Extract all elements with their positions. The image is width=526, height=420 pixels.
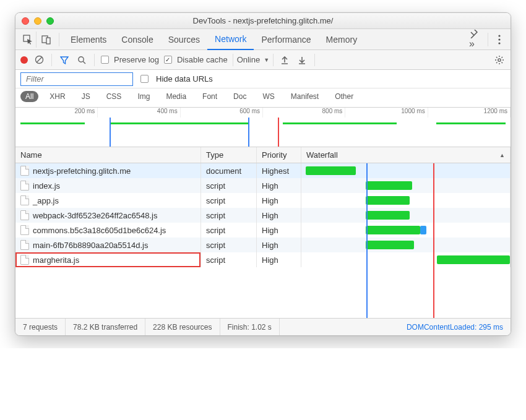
cell-name: _app.js bbox=[15, 193, 201, 208]
waterfall-bar bbox=[437, 255, 510, 264]
table-header: Name Type Priority Waterfall ▲ bbox=[15, 147, 511, 163]
cell-type: script bbox=[201, 208, 257, 223]
disable-cache-checkbox[interactable] bbox=[164, 56, 172, 64]
file-icon bbox=[20, 181, 29, 191]
table-row[interactable]: index.jsscriptHigh bbox=[15, 178, 511, 193]
column-type[interactable]: Type bbox=[201, 147, 257, 163]
clear-button[interactable] bbox=[33, 54, 45, 66]
waterfall-bar bbox=[366, 241, 414, 249]
file-icon bbox=[20, 225, 29, 235]
table-row[interactable]: main-6fb76b8890aa20a5514d.jsscriptHigh bbox=[15, 238, 511, 252]
tab-sources[interactable]: Sources bbox=[161, 29, 207, 50]
type-filter-img[interactable]: Img bbox=[132, 91, 155, 102]
titlebar: DevTools - nextjs-prefetching.glitch.me/ bbox=[15, 13, 511, 29]
status-transferred: 78.2 KB transferred bbox=[66, 319, 145, 335]
column-waterfall[interactable]: Waterfall ▲ bbox=[301, 147, 511, 163]
file-icon bbox=[20, 166, 29, 176]
cell-name: nextjs-prefetching.glitch.me bbox=[15, 163, 201, 178]
download-har-icon[interactable] bbox=[296, 54, 308, 66]
overview-tick: 1200 ms bbox=[428, 108, 511, 118]
waterfall-bar bbox=[366, 226, 420, 234]
cell-waterfall bbox=[301, 178, 511, 193]
tab-performance[interactable]: Performance bbox=[254, 29, 318, 50]
type-filter-ws[interactable]: WS bbox=[257, 91, 279, 102]
waterfall-bar bbox=[366, 211, 410, 220]
file-icon bbox=[20, 240, 29, 250]
record-button[interactable] bbox=[20, 56, 28, 64]
file-icon bbox=[20, 255, 29, 265]
settings-menu-button[interactable] bbox=[492, 35, 507, 45]
overview-tick: 800 ms bbox=[263, 108, 345, 118]
type-filter-css[interactable]: CSS bbox=[101, 91, 127, 102]
svg-line-9 bbox=[83, 61, 85, 64]
svg-point-5 bbox=[498, 42, 500, 44]
search-icon[interactable] bbox=[75, 54, 88, 66]
network-toolbar: Preserve log Disable cache Online ▼ bbox=[15, 50, 511, 70]
overview-tick: 600 ms bbox=[181, 108, 263, 118]
type-filter-media[interactable]: Media bbox=[161, 91, 191, 102]
table-row[interactable]: nextjs-prefetching.glitch.medocumentHigh… bbox=[15, 163, 511, 178]
table-row[interactable]: margherita.jsscriptHigh bbox=[15, 252, 511, 267]
svg-point-3 bbox=[498, 35, 500, 36]
type-filter-js[interactable]: JS bbox=[77, 91, 95, 102]
column-priority[interactable]: Priority bbox=[257, 147, 301, 163]
preserve-log-checkbox[interactable] bbox=[101, 56, 109, 64]
upload-har-icon[interactable] bbox=[278, 54, 291, 66]
waterfall-bar bbox=[366, 181, 412, 190]
filter-input[interactable] bbox=[25, 74, 129, 84]
cell-waterfall bbox=[301, 163, 511, 178]
column-name[interactable]: Name bbox=[15, 147, 201, 163]
overview-tick: 200 ms bbox=[15, 108, 98, 118]
filter-icon[interactable] bbox=[58, 54, 71, 66]
tab-elements[interactable]: Elements bbox=[63, 29, 114, 50]
cell-waterfall bbox=[301, 252, 511, 267]
type-filter-all[interactable]: All bbox=[20, 91, 38, 102]
cell-priority: High bbox=[257, 178, 301, 193]
type-filter-manifest[interactable]: Manifest bbox=[286, 91, 324, 102]
inspect-element-icon[interactable] bbox=[19, 32, 37, 48]
filter-input-wrapper[interactable] bbox=[20, 72, 133, 86]
device-toolbar-icon[interactable] bbox=[38, 32, 55, 48]
table-row[interactable]: _app.jsscriptHigh bbox=[15, 193, 511, 208]
cell-priority: High bbox=[257, 193, 301, 208]
request-name: margherita.js bbox=[33, 255, 79, 265]
waterfall-bar bbox=[366, 196, 410, 205]
request-name: _app.js bbox=[33, 196, 59, 205]
request-name: main-6fb76b8890aa20a5514d.js bbox=[33, 241, 149, 250]
cell-type: script bbox=[201, 223, 257, 238]
waterfall-bar bbox=[306, 166, 356, 175]
request-name: index.js bbox=[33, 181, 60, 191]
type-filter-doc[interactable]: Doc bbox=[228, 91, 251, 102]
cell-name: commons.b5c3a18c605d1be6c624.js bbox=[15, 223, 201, 238]
type-filter-font[interactable]: Font bbox=[197, 91, 222, 102]
devtools-window: DevTools - nextjs-prefetching.glitch.me/… bbox=[15, 12, 511, 336]
cell-type: script bbox=[201, 238, 257, 252]
tab-memory[interactable]: Memory bbox=[319, 29, 365, 50]
window-title: DevTools - nextjs-prefetching.glitch.me/ bbox=[15, 16, 511, 25]
request-name: commons.b5c3a18c605d1be6c624.js bbox=[33, 226, 166, 235]
cell-type: script bbox=[201, 252, 257, 267]
request-name: webpack-3df6523e264ff2ac6548.js bbox=[33, 211, 157, 220]
hide-data-urls-label: Hide data URLs bbox=[156, 74, 213, 84]
timeline-overview[interactable]: 200 ms400 ms600 ms800 ms1000 ms1200 ms bbox=[15, 108, 511, 147]
cell-priority: High bbox=[257, 223, 301, 238]
throttling-select[interactable]: Online ▼ bbox=[233, 54, 274, 66]
network-settings-icon[interactable] bbox=[493, 54, 506, 66]
cell-name: main-6fb76b8890aa20a5514d.js bbox=[15, 238, 201, 252]
type-filter-xhr[interactable]: XHR bbox=[45, 91, 70, 102]
disable-cache-label: Disable cache bbox=[177, 55, 228, 64]
type-filter-row: AllXHRJSCSSImgMediaFontDocWSManifestOthe… bbox=[15, 88, 511, 108]
table-row[interactable]: webpack-3df6523e264ff2ac6548.jsscriptHig… bbox=[15, 208, 511, 223]
tab-console[interactable]: Console bbox=[114, 29, 160, 50]
throttling-value: Online bbox=[237, 55, 261, 64]
svg-point-4 bbox=[498, 38, 500, 40]
tab-network[interactable]: Network bbox=[207, 29, 254, 50]
more-tabs-button[interactable]: » bbox=[463, 30, 484, 49]
type-filter-other[interactable]: Other bbox=[330, 91, 358, 102]
cell-name: margherita.js bbox=[15, 252, 201, 267]
cell-waterfall bbox=[301, 193, 511, 208]
status-requests: 7 requests bbox=[15, 319, 66, 335]
hide-data-urls-checkbox[interactable] bbox=[140, 75, 149, 83]
request-name: nextjs-prefetching.glitch.me bbox=[33, 166, 131, 176]
table-row[interactable]: commons.b5c3a18c605d1be6c624.jsscriptHig… bbox=[15, 223, 511, 238]
